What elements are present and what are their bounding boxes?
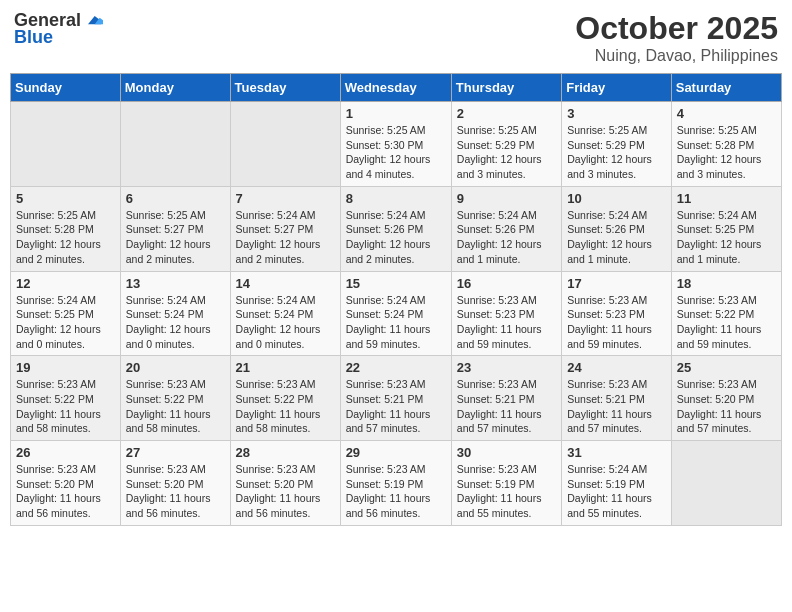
day-info: Sunrise: 5:24 AMSunset: 5:24 PMDaylight:… <box>236 293 335 352</box>
calendar-cell <box>11 102 121 187</box>
calendar-cell: 19Sunrise: 5:23 AMSunset: 5:22 PMDayligh… <box>11 356 121 441</box>
day-number: 3 <box>567 106 666 121</box>
day-info: Sunrise: 5:23 AMSunset: 5:22 PMDaylight:… <box>16 377 115 436</box>
weekday-header-cell: Monday <box>120 74 230 102</box>
calendar-cell: 10Sunrise: 5:24 AMSunset: 5:26 PMDayligh… <box>562 186 672 271</box>
day-number: 26 <box>16 445 115 460</box>
calendar-cell: 21Sunrise: 5:23 AMSunset: 5:22 PMDayligh… <box>230 356 340 441</box>
calendar-cell: 25Sunrise: 5:23 AMSunset: 5:20 PMDayligh… <box>671 356 781 441</box>
day-number: 14 <box>236 276 335 291</box>
calendar: SundayMondayTuesdayWednesdayThursdayFrid… <box>10 73 782 526</box>
calendar-cell: 28Sunrise: 5:23 AMSunset: 5:20 PMDayligh… <box>230 441 340 526</box>
calendar-cell: 22Sunrise: 5:23 AMSunset: 5:21 PMDayligh… <box>340 356 451 441</box>
day-info: Sunrise: 5:24 AMSunset: 5:26 PMDaylight:… <box>346 208 446 267</box>
day-number: 17 <box>567 276 666 291</box>
day-info: Sunrise: 5:25 AMSunset: 5:27 PMDaylight:… <box>126 208 225 267</box>
calendar-cell: 31Sunrise: 5:24 AMSunset: 5:19 PMDayligh… <box>562 441 672 526</box>
day-number: 29 <box>346 445 446 460</box>
calendar-cell: 8Sunrise: 5:24 AMSunset: 5:26 PMDaylight… <box>340 186 451 271</box>
calendar-cell <box>671 441 781 526</box>
day-info: Sunrise: 5:23 AMSunset: 5:21 PMDaylight:… <box>567 377 666 436</box>
day-number: 6 <box>126 191 225 206</box>
weekday-header-row: SundayMondayTuesdayWednesdayThursdayFrid… <box>11 74 782 102</box>
calendar-week-row: 12Sunrise: 5:24 AMSunset: 5:25 PMDayligh… <box>11 271 782 356</box>
calendar-cell: 5Sunrise: 5:25 AMSunset: 5:28 PMDaylight… <box>11 186 121 271</box>
calendar-cell: 15Sunrise: 5:24 AMSunset: 5:24 PMDayligh… <box>340 271 451 356</box>
day-info: Sunrise: 5:23 AMSunset: 5:22 PMDaylight:… <box>677 293 776 352</box>
weekday-header-cell: Wednesday <box>340 74 451 102</box>
calendar-cell: 3Sunrise: 5:25 AMSunset: 5:29 PMDaylight… <box>562 102 672 187</box>
weekday-header-cell: Friday <box>562 74 672 102</box>
day-number: 16 <box>457 276 556 291</box>
calendar-cell: 12Sunrise: 5:24 AMSunset: 5:25 PMDayligh… <box>11 271 121 356</box>
day-number: 19 <box>16 360 115 375</box>
day-number: 31 <box>567 445 666 460</box>
day-number: 5 <box>16 191 115 206</box>
day-info: Sunrise: 5:24 AMSunset: 5:26 PMDaylight:… <box>457 208 556 267</box>
day-number: 12 <box>16 276 115 291</box>
day-info: Sunrise: 5:25 AMSunset: 5:29 PMDaylight:… <box>567 123 666 182</box>
day-number: 4 <box>677 106 776 121</box>
day-number: 15 <box>346 276 446 291</box>
month-title: October 2025 <box>575 10 778 47</box>
calendar-cell: 1Sunrise: 5:25 AMSunset: 5:30 PMDaylight… <box>340 102 451 187</box>
calendar-cell: 9Sunrise: 5:24 AMSunset: 5:26 PMDaylight… <box>451 186 561 271</box>
title-block: October 2025 Nuing, Davao, Philippines <box>575 10 778 65</box>
day-number: 25 <box>677 360 776 375</box>
calendar-cell: 29Sunrise: 5:23 AMSunset: 5:19 PMDayligh… <box>340 441 451 526</box>
day-info: Sunrise: 5:24 AMSunset: 5:19 PMDaylight:… <box>567 462 666 521</box>
day-number: 11 <box>677 191 776 206</box>
calendar-cell <box>230 102 340 187</box>
day-number: 24 <box>567 360 666 375</box>
day-number: 23 <box>457 360 556 375</box>
day-number: 2 <box>457 106 556 121</box>
day-info: Sunrise: 5:24 AMSunset: 5:25 PMDaylight:… <box>677 208 776 267</box>
page-header: General Blue October 2025 Nuing, Davao, … <box>10 10 782 65</box>
day-info: Sunrise: 5:23 AMSunset: 5:22 PMDaylight:… <box>126 377 225 436</box>
day-number: 10 <box>567 191 666 206</box>
day-number: 22 <box>346 360 446 375</box>
calendar-cell: 2Sunrise: 5:25 AMSunset: 5:29 PMDaylight… <box>451 102 561 187</box>
day-number: 9 <box>457 191 556 206</box>
logo: General Blue <box>14 10 103 48</box>
day-info: Sunrise: 5:23 AMSunset: 5:20 PMDaylight:… <box>236 462 335 521</box>
day-number: 18 <box>677 276 776 291</box>
day-info: Sunrise: 5:23 AMSunset: 5:20 PMDaylight:… <box>16 462 115 521</box>
day-info: Sunrise: 5:23 AMSunset: 5:20 PMDaylight:… <box>126 462 225 521</box>
calendar-week-row: 1Sunrise: 5:25 AMSunset: 5:30 PMDaylight… <box>11 102 782 187</box>
calendar-cell: 11Sunrise: 5:24 AMSunset: 5:25 PMDayligh… <box>671 186 781 271</box>
logo-blue: Blue <box>14 27 53 48</box>
day-info: Sunrise: 5:23 AMSunset: 5:19 PMDaylight:… <box>457 462 556 521</box>
day-info: Sunrise: 5:23 AMSunset: 5:23 PMDaylight:… <box>457 293 556 352</box>
calendar-cell: 24Sunrise: 5:23 AMSunset: 5:21 PMDayligh… <box>562 356 672 441</box>
weekday-header-cell: Tuesday <box>230 74 340 102</box>
day-number: 7 <box>236 191 335 206</box>
calendar-cell: 30Sunrise: 5:23 AMSunset: 5:19 PMDayligh… <box>451 441 561 526</box>
weekday-header-cell: Thursday <box>451 74 561 102</box>
day-info: Sunrise: 5:25 AMSunset: 5:28 PMDaylight:… <box>16 208 115 267</box>
day-info: Sunrise: 5:24 AMSunset: 5:26 PMDaylight:… <box>567 208 666 267</box>
calendar-week-row: 19Sunrise: 5:23 AMSunset: 5:22 PMDayligh… <box>11 356 782 441</box>
day-number: 8 <box>346 191 446 206</box>
day-info: Sunrise: 5:25 AMSunset: 5:28 PMDaylight:… <box>677 123 776 182</box>
day-number: 21 <box>236 360 335 375</box>
day-info: Sunrise: 5:25 AMSunset: 5:29 PMDaylight:… <box>457 123 556 182</box>
day-info: Sunrise: 5:24 AMSunset: 5:27 PMDaylight:… <box>236 208 335 267</box>
day-info: Sunrise: 5:25 AMSunset: 5:30 PMDaylight:… <box>346 123 446 182</box>
calendar-cell: 26Sunrise: 5:23 AMSunset: 5:20 PMDayligh… <box>11 441 121 526</box>
day-info: Sunrise: 5:23 AMSunset: 5:19 PMDaylight:… <box>346 462 446 521</box>
calendar-cell: 18Sunrise: 5:23 AMSunset: 5:22 PMDayligh… <box>671 271 781 356</box>
day-number: 28 <box>236 445 335 460</box>
day-info: Sunrise: 5:24 AMSunset: 5:24 PMDaylight:… <box>126 293 225 352</box>
calendar-cell: 13Sunrise: 5:24 AMSunset: 5:24 PMDayligh… <box>120 271 230 356</box>
day-number: 30 <box>457 445 556 460</box>
calendar-cell: 6Sunrise: 5:25 AMSunset: 5:27 PMDaylight… <box>120 186 230 271</box>
day-info: Sunrise: 5:24 AMSunset: 5:25 PMDaylight:… <box>16 293 115 352</box>
calendar-cell <box>120 102 230 187</box>
location-title: Nuing, Davao, Philippines <box>575 47 778 65</box>
weekday-header-cell: Saturday <box>671 74 781 102</box>
calendar-cell: 4Sunrise: 5:25 AMSunset: 5:28 PMDaylight… <box>671 102 781 187</box>
calendar-cell: 17Sunrise: 5:23 AMSunset: 5:23 PMDayligh… <box>562 271 672 356</box>
calendar-cell: 16Sunrise: 5:23 AMSunset: 5:23 PMDayligh… <box>451 271 561 356</box>
calendar-cell: 23Sunrise: 5:23 AMSunset: 5:21 PMDayligh… <box>451 356 561 441</box>
